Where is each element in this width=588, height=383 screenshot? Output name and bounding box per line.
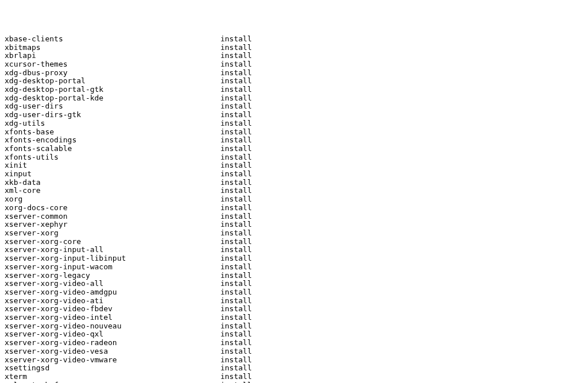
- package-status: install: [220, 271, 252, 280]
- package-name: xterm: [5, 372, 220, 381]
- package-status: install: [220, 245, 252, 254]
- package-row: xserver-xorg-video-all install: [5, 280, 588, 288]
- package-status: install: [220, 136, 252, 144]
- package-row: xserver-common install: [5, 212, 588, 221]
- package-name: xfonts-encodings: [5, 136, 220, 144]
- package-name: xserver-xorg-input-libinput: [5, 254, 220, 262]
- package-status: install: [220, 288, 252, 296]
- package-status: install: [220, 212, 252, 220]
- package-name: xfonts-utils: [5, 153, 220, 161]
- package-status: install: [220, 229, 252, 237]
- package-name: xdg-desktop-portal-gtk: [5, 85, 220, 94]
- package-status: install: [220, 296, 252, 305]
- package-status: install: [220, 161, 252, 169]
- package-row: xserver-xorg-input-libinput install: [5, 254, 588, 263]
- package-row: xorg install: [5, 195, 588, 204]
- package-status: install: [220, 220, 252, 229]
- package-status: install: [220, 372, 252, 381]
- package-name: xorg: [5, 195, 220, 203]
- package-name: xorg-docs-core: [5, 203, 220, 212]
- package-name: xserver-common: [5, 212, 220, 220]
- package-row: xserver-xorg-video-intel install: [5, 314, 588, 322]
- package-row: xserver-xorg-video-ati install: [5, 297, 588, 305]
- package-row: xserver-xorg-video-vesa install: [5, 347, 588, 356]
- package-name: xserver-xorg-legacy: [5, 271, 220, 280]
- package-status: install: [220, 262, 252, 271]
- package-name: xfonts-scalable: [5, 144, 220, 153]
- package-status: install: [220, 144, 252, 153]
- package-name: xkb-data: [5, 178, 220, 187]
- package-status: install: [220, 110, 252, 119]
- package-name: xserver-xorg-video-radeon: [5, 338, 220, 347]
- package-name: xserver-xorg-video-amdgpu: [5, 288, 220, 296]
- package-row: xcursor-themes install: [5, 60, 588, 69]
- package-status: install: [220, 304, 252, 313]
- package-name: xdg-desktop-portal: [5, 76, 220, 85]
- package-status: install: [220, 338, 252, 347]
- package-row: xserver-xorg-input-all install: [5, 246, 588, 254]
- package-name: xserver-xorg-video-intel: [5, 313, 220, 322]
- package-status: install: [220, 203, 252, 212]
- package-row: xfonts-utils install: [5, 153, 588, 162]
- package-name: xml-core: [5, 186, 220, 195]
- package-status: install: [220, 51, 252, 60]
- package-name: xserver-xorg-video-qxl: [5, 330, 220, 338]
- package-row: xserver-xorg-video-radeon install: [5, 339, 588, 347]
- package-status: install: [220, 355, 252, 364]
- package-row: xfonts-encodings install: [5, 136, 588, 145]
- package-row: xorg-docs-core install: [5, 204, 588, 212]
- package-name: xinit: [5, 161, 220, 169]
- package-row: xdg-utils install: [5, 119, 588, 128]
- package-name: xfonts-base: [5, 127, 220, 136]
- package-status: install: [220, 127, 252, 136]
- package-name: xsettingsd: [5, 363, 220, 372]
- package-name: xcursor-themes: [5, 60, 220, 68]
- package-row: xdg-desktop-portal-gtk install: [5, 86, 588, 94]
- package-name: xbrlapi: [5, 51, 220, 60]
- package-name: xserver-xorg-input-all: [5, 245, 220, 254]
- package-row: xbrlapi install: [5, 52, 588, 60]
- package-row: xdg-dbus-proxy install: [5, 69, 588, 78]
- package-status: install: [220, 169, 252, 178]
- package-status: install: [220, 279, 252, 288]
- package-row: xdg-user-dirs install: [5, 102, 588, 111]
- package-row: xserver-xorg-legacy install: [5, 272, 588, 280]
- package-name: xserver-xorg-video-all: [5, 279, 220, 288]
- package-status: install: [220, 102, 252, 110]
- package-name: xserver-xorg: [5, 229, 220, 237]
- package-status: install: [220, 186, 252, 195]
- package-status: install: [220, 330, 252, 338]
- package-name: xbase-clients: [5, 34, 220, 43]
- package-status: install: [220, 94, 252, 102]
- package-row: xserver-xorg-video-fbdev install: [5, 305, 588, 314]
- package-row: xserver-xorg install: [5, 229, 588, 238]
- terminal-output: xbase-clients installxbitmaps installxbr…: [5, 35, 588, 383]
- package-row: xsettingsd install: [5, 364, 588, 373]
- package-row: xinit install: [5, 161, 588, 170]
- package-name: xserver-xorg-core: [5, 237, 220, 246]
- package-status: install: [220, 119, 252, 127]
- package-status: install: [220, 153, 252, 161]
- package-row: xserver-xorg-core install: [5, 238, 588, 246]
- package-status: install: [220, 254, 252, 262]
- package-row: xfonts-scalable install: [5, 145, 588, 153]
- package-status: install: [220, 43, 252, 52]
- package-name: xserver-xorg-video-nouveau: [5, 322, 220, 330]
- package-name: xserver-xephyr: [5, 220, 220, 229]
- package-status: install: [220, 68, 252, 77]
- package-row: xserver-xorg-video-vmware install: [5, 356, 588, 365]
- package-name: xdg-user-dirs: [5, 102, 220, 110]
- package-name: xbitmaps: [5, 43, 220, 52]
- package-name: xdg-dbus-proxy: [5, 68, 220, 77]
- package-row: xserver-xorg-video-nouveau install: [5, 322, 588, 331]
- package-row: xbase-clients install: [5, 35, 588, 44]
- package-row: xdg-desktop-portal install: [5, 77, 588, 86]
- package-name: xserver-xorg-video-ati: [5, 296, 220, 305]
- package-row: xkb-data install: [5, 179, 588, 187]
- package-status: install: [220, 60, 252, 68]
- package-row: xserver-xephyr install: [5, 220, 588, 229]
- package-row: xml-core install: [5, 187, 588, 195]
- package-row: xbitmaps install: [5, 44, 588, 52]
- package-row: xdg-user-dirs-gtk install: [5, 111, 588, 119]
- package-status: install: [220, 85, 252, 94]
